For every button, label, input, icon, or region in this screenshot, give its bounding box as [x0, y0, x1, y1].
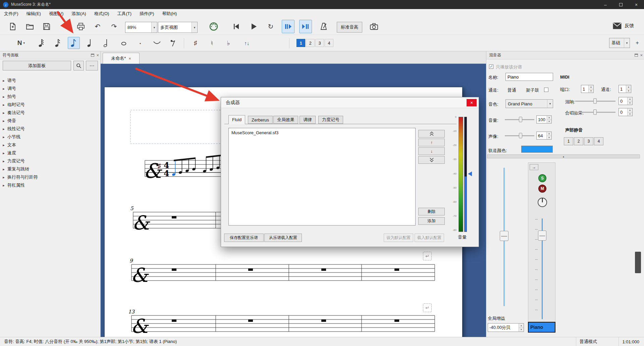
part-1-button[interactable]: 1	[564, 137, 573, 145]
workspace-combobox[interactable]: 基础 ▾	[609, 38, 630, 48]
palette-item-key-signatures[interactable]: ▸调号	[0, 85, 101, 93]
master-gain-handle[interactable]	[500, 231, 508, 241]
feedback-button[interactable]: 反馈	[612, 22, 634, 30]
play-part-only-checkbox[interactable]: ✓	[489, 64, 493, 69]
note-eighth-button[interactable]	[68, 37, 80, 49]
undo-button[interactable]: ↶	[91, 20, 104, 33]
undock-icon[interactable]	[635, 54, 638, 57]
close-button[interactable]: ×	[629, 0, 644, 9]
palette-item-text[interactable]: ▸文本	[0, 141, 101, 149]
soundfont-item[interactable]: MuseScore_General.sf3	[231, 130, 278, 135]
note-half-button[interactable]	[101, 37, 113, 49]
close-icon[interactable]: ×	[640, 53, 643, 58]
voice-2-button[interactable]: 2	[306, 39, 315, 47]
palette-search-button[interactable]	[73, 61, 84, 70]
channel-fader-handle[interactable]	[538, 231, 546, 241]
dialog-close-button[interactable]: ×	[467, 99, 477, 106]
whole-rest[interactable]	[321, 268, 326, 271]
menu-item-view[interactable]: 视图(V)	[45, 9, 67, 18]
zoom-combobox[interactable]: 89% ▾	[125, 22, 157, 33]
dialog-title-bar[interactable]: 合成器	[221, 97, 479, 108]
midi-channel-spinbox[interactable]: 1 ▴▾	[619, 85, 631, 93]
menu-item-format[interactable]: 格式(O)	[90, 9, 113, 18]
tab-master-effects[interactable]: 全局效果	[273, 116, 298, 124]
voice-1-button[interactable]: 1	[297, 39, 305, 47]
set-as-default-button[interactable]: 设为默认配置	[384, 234, 413, 242]
palette-item-grace-notes[interactable]: ▸倚音	[0, 117, 101, 125]
part-2-button[interactable]: 2	[574, 137, 583, 145]
print-button[interactable]	[74, 20, 87, 33]
chorus-spinbox[interactable]: 0 ▴▾	[619, 108, 633, 116]
sound-combobox[interactable]: Grand Piano ▾	[505, 99, 553, 108]
move-to-top-button[interactable]	[418, 130, 445, 138]
voice-4-button[interactable]: 4	[325, 39, 333, 47]
master-volume-handle[interactable]	[468, 171, 472, 176]
concert-pitch-button[interactable]: 标准音高	[337, 22, 362, 33]
menu-item-file[interactable]: 文件(F)	[0, 9, 22, 18]
close-icon[interactable]: ×	[96, 53, 99, 58]
load-default-button[interactable]: 载入默认配置	[415, 234, 444, 242]
play-button[interactable]	[247, 20, 260, 33]
move-up-button[interactable]: ↑	[418, 139, 445, 146]
score-tab[interactable]: 未命名* ×	[103, 53, 140, 64]
rest-button[interactable]	[167, 37, 179, 49]
part-4-button[interactable]: 4	[594, 137, 603, 145]
menu-item-tools[interactable]: 工具(T)	[113, 9, 136, 18]
natural-button[interactable]: ♮	[206, 37, 218, 49]
delete-soundfont-button[interactable]: 删除	[418, 208, 445, 215]
open-file-button[interactable]	[23, 20, 36, 33]
move-to-bottom-button[interactable]	[418, 156, 445, 164]
add-soundfont-button[interactable]: 添加	[418, 217, 445, 225]
track-color-swatch[interactable]	[521, 146, 553, 153]
pan-score-toggle[interactable]	[282, 20, 294, 33]
palette-item-breaks-spacers[interactable]: ▸换行符与行距符	[0, 173, 101, 181]
whole-rest[interactable]	[394, 319, 399, 322]
flat-button[interactable]: ♭	[222, 37, 234, 49]
strip-expand-button[interactable]: →	[530, 164, 538, 170]
menu-item-plugins[interactable]: 插件(P)	[136, 9, 158, 18]
palette-more-button[interactable]: ⋯	[86, 61, 98, 70]
palette-item-accidentals[interactable]: ▸临时记号	[0, 101, 101, 109]
whole-rest[interactable]	[321, 319, 326, 322]
play-repeats-toggle[interactable]	[299, 20, 312, 33]
master-gain-spinbox[interactable]: -40.00分贝 ▴▾	[488, 323, 524, 332]
undock-icon[interactable]	[91, 54, 94, 57]
sharp-button[interactable]: ♯	[190, 37, 202, 49]
whole-rest[interactable]	[172, 268, 176, 271]
maximize-button[interactable]	[613, 0, 629, 9]
part-3-button[interactable]: 3	[584, 137, 593, 145]
menu-item-add[interactable]: 添加(A)	[67, 9, 90, 18]
pan-spinbox[interactable]: 64 ▴▾	[536, 132, 552, 140]
image-capture-button[interactable]	[368, 20, 380, 33]
palette-item-lines[interactable]: ▸线性记号	[0, 125, 101, 133]
menu-item-help[interactable]: 帮助(H)	[158, 9, 181, 18]
palette-item-articulations[interactable]: ▸奏法记号	[0, 109, 101, 117]
whole-rest[interactable]	[394, 268, 399, 271]
palette-item-beam-properties[interactable]: ▸符杠属性	[0, 181, 101, 189]
minimize-button[interactable]: –	[598, 0, 613, 9]
name-input[interactable]	[505, 73, 553, 81]
redo-button[interactable]: ↷	[108, 20, 120, 33]
chorus-slider[interactable]	[575, 109, 615, 115]
note-whole-button[interactable]	[118, 37, 130, 49]
track-name-label[interactable]: Piano	[528, 322, 555, 333]
note-16th-button[interactable]	[52, 37, 64, 49]
augmentation-dot-button[interactable]: ·	[134, 37, 146, 49]
port-spinbox[interactable]: 1 ▴▾	[581, 85, 594, 93]
soundfont-list[interactable]: MuseScore_General.sf3	[228, 128, 416, 226]
solo-button[interactable]: S	[538, 174, 546, 182]
save-button[interactable]	[40, 20, 53, 33]
metronome-button[interactable]	[317, 20, 330, 33]
loop-playback-button[interactable]: ↻	[264, 20, 277, 33]
reverb-spinbox[interactable]: 0 ▴▾	[619, 97, 633, 105]
mute-button[interactable]: M	[538, 185, 546, 193]
mixer-scrollbar-thumb[interactable]	[635, 252, 641, 273]
new-score-button[interactable]	[6, 20, 19, 33]
tie-button[interactable]	[151, 37, 163, 49]
whole-rest[interactable]	[172, 216, 176, 218]
add-palettes-button[interactable]: 添加面板	[3, 61, 71, 70]
menu-item-edit[interactable]: 编辑(E)	[22, 9, 45, 18]
rewind-button[interactable]	[230, 20, 243, 33]
tab-dynamics[interactable]: 力度记号	[318, 116, 343, 124]
system-break-marker[interactable]: ↵	[423, 303, 432, 312]
